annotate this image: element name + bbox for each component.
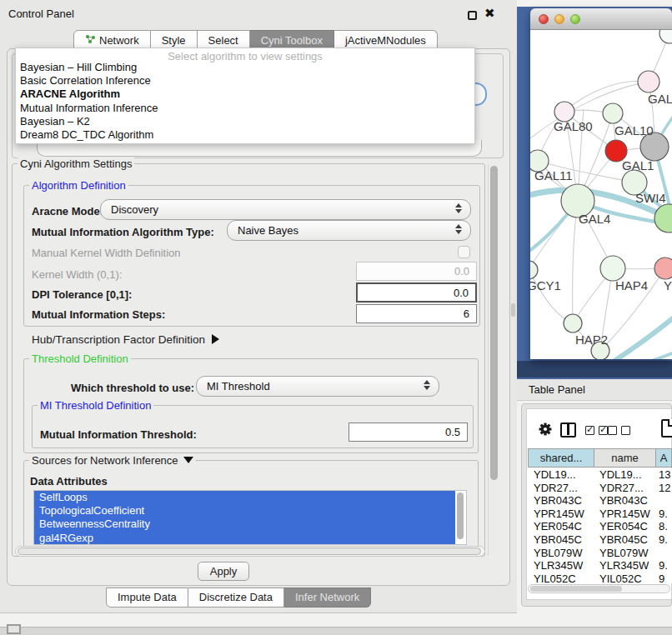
network-node[interactable] bbox=[654, 204, 672, 232]
table-row[interactable]: YDR27...YDR27...12 bbox=[528, 482, 672, 495]
attribute-item[interactable]: BetweennessCentrality bbox=[34, 518, 455, 531]
network-node-gal[interactable] bbox=[638, 71, 659, 92]
dropdown-option[interactable]: Mutual Information Inference bbox=[16, 102, 474, 115]
mi-type-label: Mutual Information Algorithm Type: bbox=[32, 226, 214, 238]
which-threshold-label: Which threshold to use: bbox=[71, 382, 194, 394]
node-table-rows[interactable]: YDL19...YDL19...13YDR27...YDR27...12YBR0… bbox=[528, 468, 672, 583]
tab-infer-network[interactable]: Infer Network bbox=[284, 588, 371, 608]
network-node-hap2[interactable] bbox=[564, 314, 582, 332]
node-label: GCY1 bbox=[530, 278, 561, 292]
columns-icon[interactable] bbox=[560, 422, 576, 438]
dropdown-option[interactable]: Bayesian – Hill Climbing bbox=[16, 61, 474, 74]
node-label: HAP2 bbox=[575, 332, 608, 347]
mi-steps-label: Mutual Information Steps: bbox=[32, 308, 165, 321]
mi-type-combo[interactable]: Naive Bayes bbox=[227, 220, 471, 241]
node-label: GAL4 bbox=[579, 212, 610, 226]
network-node[interactable] bbox=[659, 30, 672, 43]
collapse-arrow-icon bbox=[183, 457, 193, 463]
data-attributes-list[interactable]: SelfLoopsTopologicalCoefficientBetweenne… bbox=[33, 490, 467, 545]
table-row[interactable]: YDL19...YDL19...13 bbox=[528, 468, 672, 482]
bottom-bar bbox=[0, 627, 672, 635]
table-row[interactable]: YER054CYER054C8. bbox=[528, 520, 672, 533]
minimize-icon[interactable] bbox=[554, 14, 564, 24]
settings-vertical-scrollbar[interactable] bbox=[488, 164, 499, 556]
node-label: SWI4 bbox=[635, 191, 666, 205]
mi-threshold-field[interactable]: 0.5 bbox=[349, 422, 468, 442]
checked-checkboxes-icon[interactable] bbox=[585, 426, 608, 435]
dropdown-option[interactable]: Basic Correlation Inference bbox=[16, 74, 474, 88]
table-row[interactable]: YPR145WYPR145W9. bbox=[528, 508, 672, 521]
network-node-hap4[interactable] bbox=[600, 256, 625, 281]
zoom-icon[interactable] bbox=[570, 14, 580, 24]
network-graph: GALGAL80GAL10GAL1GAL11SWI4GAL4GCY1HAP4YH… bbox=[530, 30, 672, 359]
hub-definition-expander[interactable]: Hub/Transcription Factor Definition bbox=[32, 333, 219, 346]
column-header-clipped[interactable]: A bbox=[656, 449, 672, 468]
attribute-item[interactable]: SelfLoops bbox=[34, 491, 455, 504]
stepper-icon bbox=[455, 203, 462, 213]
network-window[interactable]: GALGAL80GAL10GAL1GAL11SWI4GAL4GCY1HAP4YH… bbox=[530, 8, 672, 359]
node-label: GAL10 bbox=[614, 123, 654, 138]
kernel-width-label: Kernel Width (0,1): bbox=[32, 268, 122, 281]
list-scrollbar[interactable] bbox=[457, 492, 464, 539]
close-icon[interactable] bbox=[539, 14, 549, 24]
node-label: GAL1 bbox=[622, 158, 654, 172]
aracne-mode-combo[interactable]: Discovery bbox=[100, 199, 471, 220]
network-view[interactable]: GALGAL80GAL10GAL1GAL11SWI4GAL4GCY1HAP4YH… bbox=[530, 30, 672, 359]
apply-button[interactable]: Apply bbox=[198, 562, 249, 581]
bottom-tab-bar: Impute DataDiscretize DataInfer Network bbox=[106, 588, 371, 608]
network-node-gal10[interactable] bbox=[603, 103, 623, 123]
document-icon[interactable] bbox=[661, 419, 672, 438]
kernel-width-field[interactable]: 0.0 bbox=[356, 262, 477, 281]
node-label: Y bbox=[664, 278, 672, 292]
dropdown-option[interactable]: ARACNE Algorithm bbox=[16, 88, 474, 101]
gear-icon[interactable] bbox=[538, 422, 553, 439]
tab-impute-data[interactable]: Impute Data bbox=[106, 588, 188, 608]
table-row[interactable]: YLR345WYLR345W9. bbox=[528, 559, 672, 572]
manual-kernel-label: Manual Kernel Width Definition bbox=[32, 247, 180, 259]
sources-legend[interactable]: Sources for Network Inference bbox=[29, 454, 196, 467]
settings-horizontal-scrollbar[interactable] bbox=[15, 546, 485, 557]
node-label: GAL11 bbox=[534, 168, 573, 182]
threshold-definition-legend: Threshold Definition bbox=[29, 352, 131, 365]
dropdown-option[interactable]: Bayesian – K2 bbox=[16, 115, 474, 128]
mi-threshold-label: Mutual Information Threshold: bbox=[40, 428, 197, 441]
dropdown-placeholder: Select algorithm to view settings bbox=[16, 48, 474, 61]
tab-discretize-data[interactable]: Discretize Data bbox=[188, 588, 284, 608]
which-threshold-combo[interactable]: MI Threshold bbox=[196, 376, 439, 397]
stepper-icon bbox=[455, 224, 462, 234]
attribute-item[interactable]: TopologicalCoefficient bbox=[34, 504, 455, 518]
stepper-icon bbox=[424, 380, 430, 390]
network-node-y[interactable] bbox=[654, 258, 672, 279]
splitter-handle[interactable] bbox=[511, 303, 515, 317]
table-row[interactable]: YBR045CYBR045C9. bbox=[528, 533, 672, 547]
table-panel-title: Table Panel bbox=[529, 383, 585, 396]
control-panel-title: Control Panel bbox=[8, 8, 74, 20]
dropdown-option[interactable]: Dream8 DC_TDC Algorithm bbox=[16, 128, 474, 142]
algorithm-definition-legend: Algorithm Definition bbox=[29, 179, 128, 192]
aracne-mode-label: Aracne Mode: bbox=[32, 205, 103, 218]
unchecked-checkboxes-icon[interactable] bbox=[608, 426, 630, 435]
attribute-item[interactable]: gal4RGexp bbox=[34, 532, 455, 545]
table-row[interactable]: YBL079WYBL079W bbox=[528, 547, 672, 560]
node-label: GAL bbox=[648, 92, 672, 106]
mi-threshold-legend: MI Threshold Definition bbox=[38, 399, 153, 412]
dpi-tolerance-field[interactable]: 0.0 bbox=[356, 282, 477, 302]
node-table-header: shared... name A bbox=[528, 448, 672, 468]
table-row[interactable]: YIL052CYIL052C9 bbox=[528, 572, 672, 583]
algorithm-dropdown-list: Select algorithm to view settings Bayesi… bbox=[15, 48, 475, 144]
float-icon[interactable] bbox=[468, 11, 477, 20]
expand-arrow-icon bbox=[212, 334, 219, 344]
table-row[interactable]: YBR043CYBR043C bbox=[528, 494, 672, 508]
dpi-tolerance-label: DPI Tolerance [0,1]: bbox=[32, 288, 132, 301]
table-horizontal-scrollbar[interactable] bbox=[528, 584, 670, 593]
mi-steps-field[interactable]: 6 bbox=[356, 304, 477, 323]
column-header-shared[interactable]: shared... bbox=[529, 449, 594, 468]
network-node-gcy1[interactable] bbox=[530, 261, 538, 279]
minimized-window-icon[interactable] bbox=[7, 624, 21, 634]
network-window-titlebar[interactable] bbox=[530, 8, 672, 30]
window-shadow bbox=[517, 361, 672, 378]
node-label: HAP4 bbox=[615, 278, 648, 292]
manual-kernel-checkbox[interactable] bbox=[458, 246, 470, 258]
close-icon[interactable]: ✖ bbox=[484, 6, 495, 21]
column-header-name[interactable]: name bbox=[594, 449, 656, 468]
